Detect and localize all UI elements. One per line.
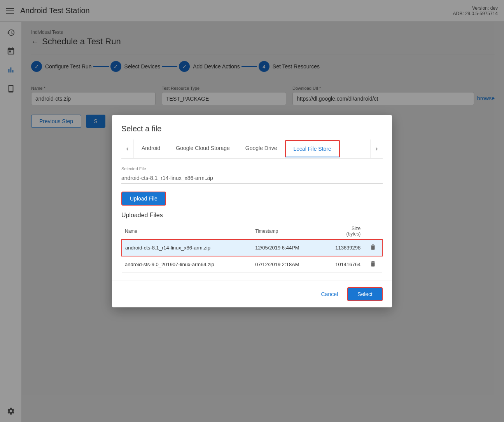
- file-size-1: 113639298: [321, 239, 364, 256]
- upload-file-button[interactable]: Upload File: [121, 192, 166, 206]
- file-row-2[interactable]: android-sts-9.0_201907-linux-arm64.zip 0…: [122, 256, 382, 273]
- file-size-2: 101416764: [321, 256, 364, 273]
- file-name-2: android-sts-9.0_201907-linux-arm64.zip: [122, 256, 252, 273]
- tab-gdrive[interactable]: Google Drive: [238, 140, 285, 157]
- col-size: Size(bytes): [321, 223, 364, 239]
- file-name-1: android-cts-8.1_r14-linux_x86-arm.zip: [122, 239, 252, 256]
- cancel-button[interactable]: Cancel: [316, 288, 343, 300]
- col-name: Name: [122, 223, 252, 239]
- selected-file-input[interactable]: [121, 173, 383, 184]
- tab-gcs[interactable]: Google Cloud Storage: [168, 140, 238, 157]
- modal-title: Select a file: [121, 124, 383, 133]
- delete-icon-2[interactable]: [364, 256, 382, 273]
- file-table: Name Timestamp Size(bytes) android-cts-8…: [121, 223, 383, 273]
- file-timestamp-2: 07/12/2019 2:18AM: [252, 256, 321, 273]
- tab-android[interactable]: Android: [134, 140, 168, 157]
- modal-footer: Cancel Select: [112, 281, 392, 307]
- selected-file-label: Selected File: [121, 166, 383, 171]
- tabs-container: ‹ Android Google Cloud Storage Google Dr…: [121, 140, 383, 159]
- col-action: [364, 223, 382, 239]
- tab-local[interactable]: Local File Store: [285, 140, 340, 157]
- select-button[interactable]: Select: [347, 287, 383, 301]
- tab-next-arrow[interactable]: ›: [370, 140, 383, 158]
- modal-body: Selected File Upload File Uploaded Files…: [112, 159, 392, 281]
- modal: Select a file ‹ Android Google Cloud Sto…: [112, 115, 392, 307]
- modal-overlay: Select a file ‹ Android Google Cloud Sto…: [0, 0, 504, 422]
- file-row-1[interactable]: android-cts-8.1_r14-linux_x86-arm.zip 12…: [122, 239, 382, 256]
- modal-header: Select a file ‹ Android Google Cloud Sto…: [112, 115, 392, 159]
- delete-icon-1[interactable]: [364, 239, 382, 256]
- uploaded-files-title: Uploaded Files: [121, 212, 383, 219]
- file-timestamp-1: 12/05/2019 6:44PM: [252, 239, 321, 256]
- col-timestamp: Timestamp: [252, 223, 321, 239]
- tabs-list: Android Google Cloud Storage Google Driv…: [134, 140, 370, 157]
- tab-prev-arrow[interactable]: ‹: [121, 140, 134, 158]
